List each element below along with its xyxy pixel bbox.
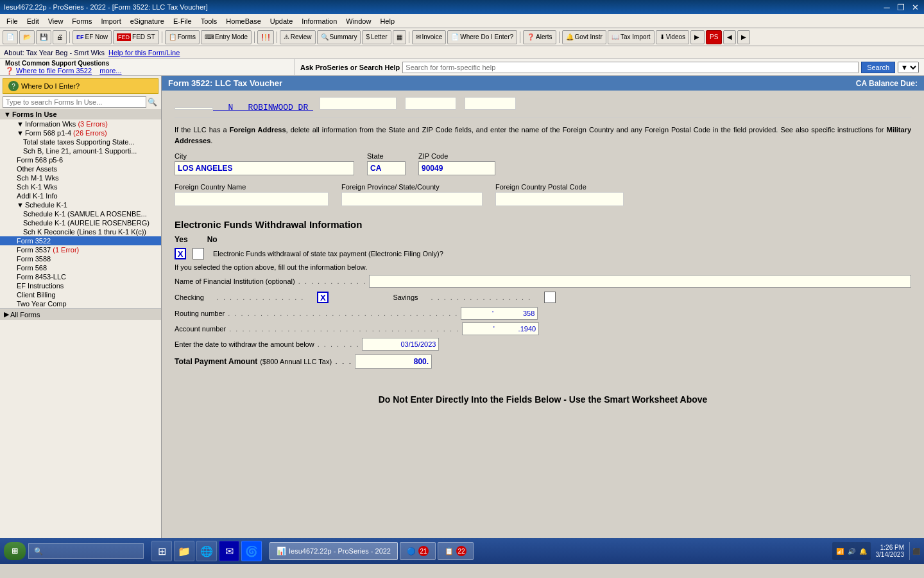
checking-checkbox[interactable]: X (317, 292, 329, 303)
toolbar-tax-import[interactable]: ⬇ Videos (656, 30, 689, 44)
where-do-btn[interactable]: ? Where Do I Enter? (3, 78, 158, 94)
sidebar-item-info-wks[interactable]: ▼ Information Wks (3 Errors) (0, 119, 161, 128)
sidebar-item-ef-instructions[interactable]: EF Instructions (0, 281, 161, 290)
foreign-country-input[interactable] (175, 192, 329, 206)
restore-btn[interactable]: ❐ (896, 3, 906, 12)
sidebar-item-other-assets[interactable]: Other Assets (0, 164, 161, 173)
city-input[interactable] (175, 161, 354, 175)
toolbar-where-do[interactable]: ❓ Alerts (523, 30, 556, 44)
toolbar-proseries-icon[interactable]: PS (706, 30, 722, 44)
sidebar-item-addl-k1[interactable]: Addl K-1 Info (0, 191, 161, 200)
toolbar-review[interactable]: 🔍 Summary (317, 30, 361, 44)
search-button[interactable]: Search (861, 62, 895, 73)
sidebar-item-form3522[interactable]: Form 3522 (0, 236, 161, 245)
sidebar-item-k1-samuel[interactable]: Schedule K-1 (SAMUEL A ROSENBE... (0, 209, 161, 218)
proseries-taskbar-app[interactable]: 📊 Iesu4672.22p - ProSeries - 2022 (270, 542, 398, 560)
search-dropdown[interactable]: ▼ (898, 62, 919, 73)
foreign-postal-input[interactable] (495, 192, 624, 206)
savings-checkbox[interactable] (544, 292, 556, 303)
financial-inst-input[interactable] (369, 275, 911, 288)
close-btn[interactable]: ✕ (910, 3, 920, 12)
toolbar-govt-instr[interactable]: 📖 Tax Import (608, 30, 654, 44)
menu-view[interactable]: View (44, 16, 67, 26)
taskbar-view-icon[interactable]: ⊞ (151, 541, 172, 561)
sidebar-item-form568-p5[interactable]: Form 568 p5-6 (0, 155, 161, 164)
sidebar-item-k1-aurelie[interactable]: Schedule K-1 (AURELIE ROSENBERG) (0, 218, 161, 227)
where-to-file-link[interactable]: Where to file Form 3522 (16, 67, 92, 74)
toolbar-error[interactable]: ⚠ Review (280, 30, 316, 44)
sidebar-item-form8453[interactable]: Form 8453-LLC (0, 272, 161, 281)
forms-search-input[interactable] (3, 96, 146, 108)
foreign-province-input[interactable] (341, 192, 483, 206)
toolbar-summary[interactable]: $ Letter (362, 30, 391, 44)
sidebar-item-two-year[interactable]: Two Year Comp (0, 299, 161, 308)
menu-tools[interactable]: Tools (197, 16, 221, 26)
menu-efile[interactable]: E-File (169, 16, 196, 26)
taskbar-browser-icon[interactable]: 🌐 (196, 541, 217, 561)
toolbar-fed-st[interactable]: FED FED ST (113, 30, 159, 44)
toolbar-videos[interactable]: ▶ (690, 30, 705, 44)
clock[interactable]: 1:26 PM 3/14/2023 (876, 544, 905, 558)
menu-edit[interactable]: Edit (23, 16, 43, 26)
menu-forms[interactable]: Forms (68, 16, 96, 26)
sidebar-item-form3537[interactable]: Form 3537 (1 Error) (0, 245, 161, 254)
address-field3[interactable] (405, 97, 456, 110)
taskbar-folder-icon[interactable]: 📁 (174, 541, 194, 561)
start-button[interactable]: ⊞ (4, 542, 26, 560)
toolbar-new[interactable]: 📄 (3, 30, 18, 44)
sidebar-item-sch-k1[interactable]: Sch K-1 Wks (0, 182, 161, 191)
toolbar-alerts[interactable]: 🔔 Govt Instr (562, 30, 606, 44)
toolbar-forms[interactable]: 📋 Forms (165, 30, 200, 44)
toolbar-forward[interactable]: ▶ (737, 30, 750, 44)
account-value[interactable]: ' .1940 (462, 322, 539, 335)
show-desktop-icon[interactable]: ⬛ (909, 542, 920, 560)
menu-window[interactable]: Window (342, 16, 375, 26)
routing-value[interactable]: ' 358 (461, 307, 538, 320)
sidebar-item-form568[interactable]: ▼ Form 568 p1-4 (26 Errors) (0, 128, 161, 137)
taskbar-search[interactable] (28, 543, 144, 559)
sidebar-item-client-billing[interactable]: Client Billing (0, 290, 161, 299)
more-link[interactable]: more... (99, 67, 121, 74)
address-field2[interactable] (320, 97, 397, 110)
sidebar-item-sch-b[interactable]: Sch B, Line 21, amount-1 Supporti... (0, 146, 161, 155)
toolbar-invoice[interactable]: 📄 Where Do I Enter? (447, 30, 517, 44)
taskbar-app2[interactable]: 🔵 21 (400, 542, 436, 560)
search-input[interactable] (402, 62, 859, 73)
sidebar-item-form568b[interactable]: Form 568 (0, 263, 161, 272)
minimize-btn[interactable]: ─ (882, 3, 892, 12)
sidebar-item-sch-k-rec[interactable]: Sch K Reconcile (Lines 1 thru K-1 K(c)) (0, 227, 161, 236)
menu-help[interactable]: Help (376, 16, 398, 26)
state-input[interactable] (367, 161, 406, 175)
taskbar-edge-icon[interactable]: 🌀 (241, 541, 262, 561)
menu-information[interactable]: Information (298, 16, 341, 26)
toolbar-letter[interactable]: ✉ Invoice (412, 30, 447, 44)
toolbar-open[interactable]: 📂 (19, 30, 35, 44)
address-field4[interactable] (465, 97, 516, 110)
total-value[interactable]: 800. (355, 355, 432, 369)
date-value[interactable]: 03/15/2023 (362, 338, 439, 351)
all-forms-bar[interactable]: ▶ All Forms (0, 308, 161, 320)
toolbar-entry-mode[interactable]: ⌨ Entry Mode (201, 30, 252, 44)
toolbar-table[interactable]: ▦ (393, 30, 406, 44)
forms-in-use-header[interactable]: ▼ Forms In Use (0, 109, 161, 119)
eft-no-checkbox[interactable] (193, 248, 204, 259)
taskbar-app3[interactable]: 📋 22 (438, 542, 474, 560)
zip-input[interactable] (418, 161, 495, 175)
eft-yes-checkbox[interactable]: X (175, 248, 186, 259)
help-link[interactable]: Help for this Form/Line (108, 49, 180, 57)
menu-file[interactable]: File (3, 16, 22, 26)
menu-update[interactable]: Update (266, 16, 296, 26)
menu-esignature[interactable]: eSignature (126, 16, 168, 26)
sidebar-item-form3588[interactable]: Form 3588 (0, 254, 161, 263)
menu-homebase[interactable]: HomeBase (222, 16, 264, 26)
address-line[interactable]: N ROBINWOOD DR (175, 103, 313, 112)
sidebar-item-sch-m1[interactable]: Sch M-1 Wks (0, 173, 161, 182)
toolbar-print[interactable]: 🖨 (53, 30, 67, 44)
taskbar-mail-icon[interactable]: ✉ (219, 541, 239, 561)
toolbar-back[interactable]: ◀ (723, 30, 736, 44)
toolbar-save[interactable]: 💾 (36, 30, 51, 44)
toolbar-ef-now[interactable]: EF EF Now (73, 30, 112, 44)
sidebar-item-total-state[interactable]: Total state taxes Supporting State... (0, 137, 161, 146)
sidebar-item-schedule-k1[interactable]: ▼ Schedule K-1 (0, 200, 161, 209)
menu-import[interactable]: Import (98, 16, 125, 26)
